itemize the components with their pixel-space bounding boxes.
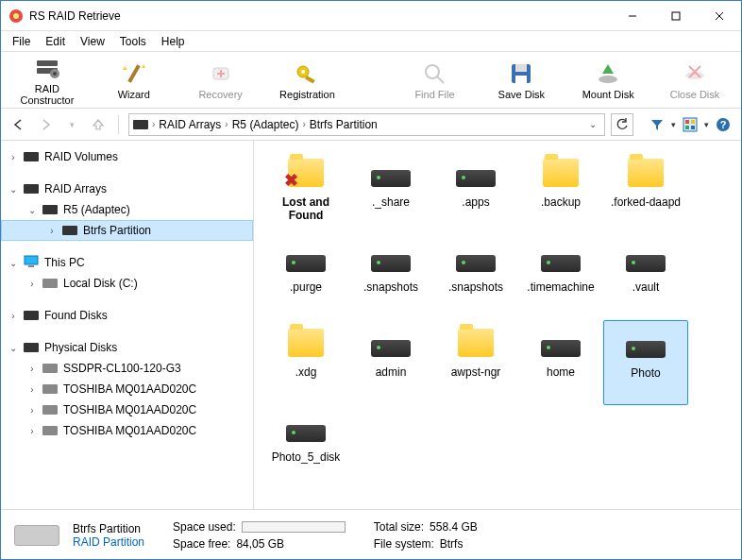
grid-item[interactable]: Lost and Found bbox=[263, 150, 348, 235]
tree-item[interactable]: ⌄R5 (Adaptec) bbox=[1, 199, 253, 220]
menu-edit[interactable]: Edit bbox=[38, 33, 73, 50]
svg-point-17 bbox=[426, 65, 439, 78]
grid-item[interactable]: awpst-ngr bbox=[433, 320, 518, 405]
save-disk-button[interactable]: Save Disk bbox=[484, 60, 558, 100]
expand-icon[interactable]: › bbox=[25, 364, 39, 374]
up-button[interactable] bbox=[88, 114, 109, 135]
back-button[interactable] bbox=[8, 114, 29, 135]
expand-icon[interactable]: › bbox=[25, 384, 39, 395]
refresh-button[interactable] bbox=[611, 113, 633, 136]
breadcrumb-segment[interactable]: R5 (Adaptec) bbox=[232, 118, 299, 131]
tree-item[interactable]: ›Btrfs Partition bbox=[1, 220, 253, 241]
forward-button[interactable] bbox=[35, 114, 56, 135]
navbar: ▾ › RAID Arrays › R5 (Adaptec) › Btrfs P… bbox=[1, 109, 741, 141]
close-button[interactable] bbox=[698, 1, 741, 30]
filter-dropdown[interactable]: ▾ bbox=[671, 120, 676, 129]
svg-rect-34 bbox=[28, 265, 34, 267]
svg-point-9 bbox=[53, 72, 57, 76]
menu-tools[interactable]: Tools bbox=[112, 33, 154, 50]
help-button[interactable]: ? bbox=[713, 114, 734, 135]
breadcrumb-segment[interactable]: Btrfs Partition bbox=[310, 118, 378, 131]
status-title: Btrfs Partition bbox=[73, 522, 144, 535]
tree-item[interactable]: ⌄This PC bbox=[1, 252, 253, 273]
breadcrumb[interactable]: › RAID Arrays › R5 (Adaptec) › Btrfs Par… bbox=[128, 113, 605, 136]
maximize-button[interactable] bbox=[654, 1, 698, 30]
folder-icon bbox=[540, 154, 582, 192]
collapse-icon[interactable]: ⌄ bbox=[7, 343, 20, 353]
tree-label: This PC bbox=[42, 256, 85, 269]
grid-item[interactable]: .forked-daapd bbox=[603, 150, 688, 235]
grid-item[interactable]: .vault bbox=[603, 235, 688, 320]
grid-item[interactable]: .snapshots bbox=[348, 235, 433, 320]
tree-item[interactable]: ›RAID Volumes bbox=[1, 146, 253, 167]
breadcrumb-segment[interactable]: RAID Arrays bbox=[159, 118, 221, 131]
expand-icon[interactable]: › bbox=[25, 279, 39, 289]
expand-icon[interactable]: › bbox=[45, 226, 59, 236]
raid-constructor-button[interactable]: RAID Constructor bbox=[10, 55, 84, 106]
grid-item[interactable]: .snapshots bbox=[433, 235, 518, 320]
view-controls: ▾ ▾ ? bbox=[647, 114, 734, 135]
svg-point-22 bbox=[599, 76, 617, 83]
history-dropdown[interactable]: ▾ bbox=[61, 114, 82, 135]
tree-label: Found Disks bbox=[42, 309, 108, 322]
item-label: .apps bbox=[462, 195, 489, 209]
tree-panel: ›RAID Volumes⌄RAID Arrays⌄R5 (Adaptec)›B… bbox=[1, 141, 254, 509]
drive-icon bbox=[133, 120, 148, 129]
collapse-icon[interactable]: ⌄ bbox=[7, 184, 20, 195]
menu-view[interactable]: View bbox=[73, 33, 112, 50]
item-label: .purge bbox=[290, 280, 322, 294]
total-size-value: 558.4 GB bbox=[430, 520, 478, 534]
tree-item[interactable]: ›Found Disks bbox=[1, 305, 253, 326]
tree-item[interactable]: ⌄Physical Disks bbox=[1, 337, 253, 358]
grid-item[interactable]: .backup bbox=[518, 150, 603, 235]
tree-item[interactable]: ›Local Disk (C:) bbox=[1, 273, 253, 294]
drive-icon bbox=[625, 325, 666, 363]
filter-button[interactable] bbox=[647, 114, 667, 135]
breadcrumb-dropdown[interactable]: ⌄ bbox=[585, 119, 600, 129]
grid-item[interactable]: .purge bbox=[263, 235, 348, 320]
drivelight-icon bbox=[42, 364, 58, 373]
tree-item[interactable]: ⌄RAID Arrays bbox=[1, 178, 253, 199]
statusbar: Btrfs Partition RAID Partition Space use… bbox=[1, 509, 741, 560]
grid-item[interactable]: .apps bbox=[433, 150, 518, 235]
registration-button[interactable]: Registration bbox=[271, 60, 345, 100]
drivelight-icon bbox=[42, 279, 58, 288]
filesystem-value: Btrfs bbox=[440, 537, 464, 551]
grid-item[interactable]: ._share bbox=[348, 150, 433, 235]
drive-icon bbox=[370, 154, 412, 192]
grid-item[interactable]: .xdg bbox=[263, 320, 348, 405]
view-mode-dropdown[interactable]: ▾ bbox=[704, 120, 709, 129]
drive-icon bbox=[540, 239, 582, 277]
menu-file[interactable]: File bbox=[5, 33, 38, 50]
registration-icon bbox=[294, 60, 320, 87]
grid-item[interactable]: home bbox=[518, 320, 603, 405]
expand-icon[interactable]: › bbox=[7, 152, 20, 162]
expand-icon[interactable]: › bbox=[25, 405, 39, 416]
view-mode-button[interactable] bbox=[680, 114, 700, 135]
file-grid: Lost and Found._share.apps.backup.forked… bbox=[254, 141, 741, 509]
item-label: Photo bbox=[631, 366, 660, 380]
space-free-value: 84,05 GB bbox=[236, 537, 284, 551]
svg-line-18 bbox=[437, 76, 444, 83]
grid-item[interactable]: .timemachine bbox=[518, 235, 603, 320]
mountdisk-icon bbox=[595, 60, 621, 87]
closedisk-icon bbox=[682, 60, 708, 87]
tree-item[interactable]: ›TOSHIBA MQ01AAD020C bbox=[1, 379, 253, 399]
minimize-button[interactable] bbox=[611, 1, 654, 30]
collapse-icon[interactable]: ⌄ bbox=[7, 258, 20, 268]
expand-icon[interactable]: › bbox=[7, 311, 20, 321]
pc-icon bbox=[24, 255, 39, 271]
status-center: Space used: Space free: 84,05 GB bbox=[173, 520, 346, 551]
mount-disk-button[interactable]: Mount Disk bbox=[571, 60, 645, 100]
collapse-icon[interactable]: ⌄ bbox=[25, 205, 39, 215]
tree-item[interactable]: ›SSDPR-CL100-120-G3 bbox=[1, 358, 253, 379]
menu-help[interactable]: Help bbox=[154, 33, 193, 50]
tree-item[interactable]: ›TOSHIBA MQ01AAD020C bbox=[1, 420, 253, 441]
grid-item[interactable]: Photo_5_disk bbox=[263, 405, 348, 490]
grid-item[interactable]: admin bbox=[348, 320, 433, 405]
item-label: Photo_5_disk bbox=[272, 450, 341, 464]
wizard-button[interactable]: Wizard bbox=[97, 60, 171, 100]
expand-icon[interactable]: › bbox=[25, 426, 39, 436]
tree-item[interactable]: ›TOSHIBA MQ01AAD020C bbox=[1, 399, 253, 420]
grid-item[interactable]: Photo bbox=[603, 320, 688, 405]
